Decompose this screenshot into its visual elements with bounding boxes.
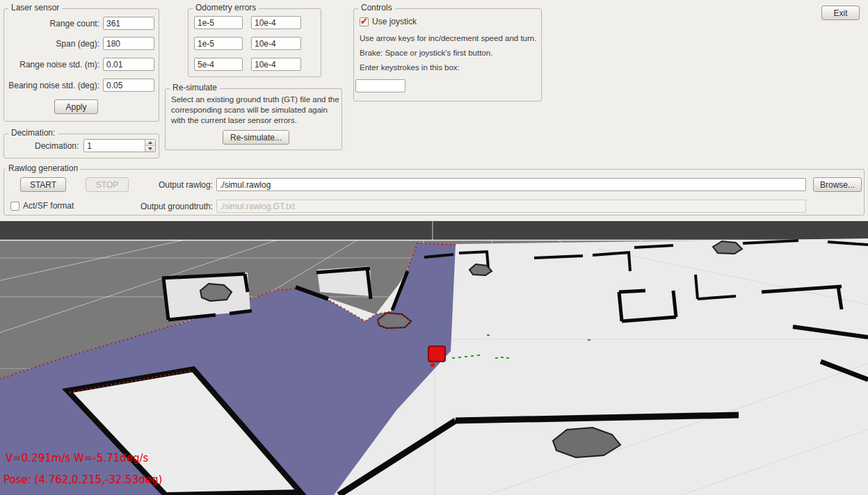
laser-sensor-group: Laser sensor Range count: Span (deg): Ra…	[3, 8, 159, 122]
odometry-error-input-2-0[interactable]	[194, 58, 243, 71]
odometry-error-input-0-1[interactable]	[251, 16, 301, 29]
range-noise-input[interactable]	[103, 58, 154, 71]
spinner-buttons[interactable]	[145, 140, 155, 152]
odometry-error-input-0-0[interactable]	[194, 16, 243, 29]
browse-button[interactable]: Browse...	[813, 177, 862, 192]
decimation-spinner[interactable]	[83, 139, 156, 152]
controls-group: Controls Use joystick Use arrow keys for…	[353, 8, 542, 102]
resimulate-button[interactable]: Re-simulate...	[223, 130, 289, 145]
spinner-down-icon[interactable]	[145, 145, 155, 152]
spinner-up-icon[interactable]	[145, 140, 155, 145]
range-count-label: Range count:	[50, 19, 99, 29]
apply-button[interactable]: Apply	[54, 99, 98, 114]
horizon-band	[0, 221, 868, 240]
resimulate-description: Select an existing ground truth (GT) fil…	[171, 95, 339, 126]
use-joystick-checkbox[interactable]	[360, 17, 369, 26]
act-sf-format-label: Act/SF format	[23, 201, 74, 211]
resimulate-group: Re-simulate Select an existing ground tr…	[165, 88, 342, 150]
simulation-viewport[interactable]: V=0.291m/s W=-5.71deg/s Pose: (4.762,0.2…	[0, 221, 868, 495]
decimation-group-title: Decimation:	[8, 128, 58, 138]
hud-velocity-text: V=0.291m/s W=-5.71deg/s	[6, 452, 148, 464]
decimation-label: Decimation:	[35, 141, 79, 151]
use-joystick-label: Use joystick	[372, 17, 417, 26]
range-count-input[interactable]	[103, 17, 154, 30]
range-noise-label: Range noise std. (m):	[19, 60, 99, 70]
laser-sensor-group-title: Laser sensor	[8, 3, 62, 13]
odometry-error-input-1-0[interactable]	[194, 37, 243, 50]
span-deg-input[interactable]	[103, 37, 154, 50]
output-rawlog-input[interactable]	[216, 178, 806, 191]
bearing-noise-input[interactable]	[103, 79, 154, 92]
odometry-error-input-1-1[interactable]	[251, 37, 301, 50]
resimulate-group-title: Re-simulate	[170, 83, 220, 92]
controls-line-keystrokes: Enter keystrokes in this box:	[360, 63, 460, 72]
span-deg-label: Span (deg):	[56, 39, 99, 49]
decimation-group: Decimation: Decimation:	[3, 133, 159, 159]
hud-pose-text: Pose: (4.762,0.215,-32.53deg)	[3, 473, 162, 486]
odometry-errors-group: Odometry errors	[188, 8, 321, 77]
output-groundtruth-input	[216, 200, 806, 213]
act-sf-format-checkbox[interactable]	[10, 202, 19, 211]
output-rawlog-label: Output rawlog:	[108, 180, 213, 190]
start-button[interactable]: START	[20, 177, 66, 192]
rawlog-generation-group: Rawlog generation START STOP Output rawl…	[3, 169, 865, 216]
controls-line-brake: Brake: Space or joystick's first button.	[360, 49, 492, 57]
controls-line-arrows: Use arrow keys for inc/decrement speed a…	[360, 34, 536, 42]
rawlog-generation-group-title: Rawlog generation	[6, 163, 81, 173]
odometry-errors-group-title: Odometry errors	[193, 3, 259, 13]
output-groundtruth-label: Output groundtruth:	[108, 202, 213, 211]
bearing-noise-label: Bearing noise std. (deg):	[8, 81, 99, 90]
keystroke-input[interactable]	[355, 79, 405, 92]
odometry-error-input-2-1[interactable]	[251, 58, 301, 71]
controls-group-title: Controls	[358, 3, 395, 13]
exit-button[interactable]: Exit	[821, 6, 860, 20]
